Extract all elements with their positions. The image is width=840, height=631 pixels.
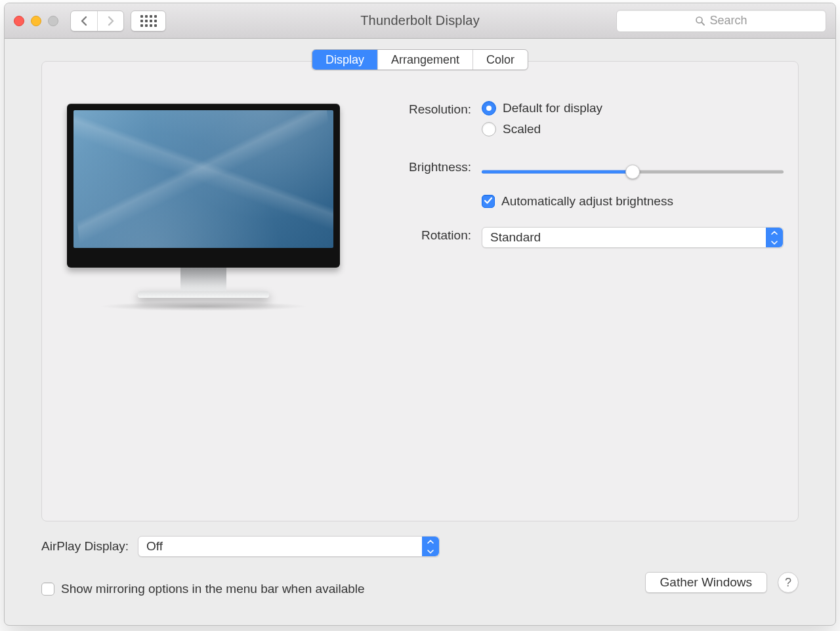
chevron-right-icon	[107, 16, 115, 26]
forward-button[interactable]	[97, 11, 123, 31]
mirroring-label: Show mirroring options in the menu bar w…	[61, 582, 365, 596]
resolution-label: Resolution:	[379, 101, 471, 117]
airplay-label: AirPlay Display:	[41, 539, 129, 554]
show-all-button[interactable]	[131, 10, 166, 31]
help-icon: ?	[785, 576, 791, 590]
monitor-illustration	[67, 104, 340, 311]
airplay-select[interactable]: Off	[138, 536, 440, 557]
auto-brightness-checkbox[interactable]: Automatically adjust brightness	[482, 194, 784, 209]
checkbox-icon	[41, 582, 54, 596]
select-stepper-icon	[766, 228, 783, 247]
radio-icon	[482, 101, 496, 115]
preferences-window: Thunderbolt Display Search Display Arran…	[4, 3, 836, 626]
monitor-preview	[67, 98, 340, 496]
search-placeholder: Search	[709, 14, 747, 28]
zoom-icon	[48, 16, 58, 26]
settings-panel: Resolution: Default for display Scaled	[41, 61, 799, 521]
tab-arrangement[interactable]: Arrangement	[377, 50, 472, 70]
help-button[interactable]: ?	[778, 572, 799, 593]
checkbox-icon	[482, 195, 495, 208]
slider-thumb[interactable]	[625, 165, 640, 179]
titlebar: Thunderbolt Display Search	[5, 3, 835, 39]
close-icon[interactable]	[14, 16, 24, 26]
resolution-default-radio[interactable]: Default for display	[482, 101, 784, 115]
search-input[interactable]: Search	[616, 10, 826, 32]
rotation-label: Rotation:	[379, 227, 471, 243]
auto-brightness-label: Automatically adjust brightness	[501, 194, 673, 209]
grid-icon	[140, 15, 157, 27]
resolution-scaled-radio[interactable]: Scaled	[482, 122, 784, 136]
tab-display[interactable]: Display	[312, 50, 377, 70]
mirroring-checkbox[interactable]: Show mirroring options in the menu bar w…	[41, 582, 365, 596]
svg-line-1	[702, 22, 705, 25]
window-controls	[14, 16, 58, 26]
rotation-select[interactable]: Standard	[482, 227, 784, 248]
brightness-label: Brightness:	[379, 159, 471, 174]
chevron-left-icon	[80, 16, 88, 26]
tab-color[interactable]: Color	[472, 50, 528, 70]
brightness-slider[interactable]	[482, 163, 784, 181]
settings-column: Resolution: Default for display Scaled	[379, 98, 784, 496]
content-area: Display Arrangement Color Resolution:	[5, 39, 835, 625]
gather-windows-button[interactable]: Gather Windows	[645, 572, 767, 593]
rotation-value: Standard	[490, 230, 541, 245]
back-button[interactable]	[71, 11, 97, 31]
bottom-area: AirPlay Display: Off Show mirroring opti…	[41, 536, 799, 608]
resolution-scaled-label: Scaled	[503, 122, 541, 136]
nav-group	[70, 10, 124, 31]
airplay-value: Off	[146, 539, 163, 554]
tab-bar: Display Arrangement Color	[312, 49, 528, 70]
gather-windows-label: Gather Windows	[660, 575, 752, 590]
resolution-default-label: Default for display	[503, 101, 602, 115]
slider-fill	[482, 171, 633, 174]
minimize-icon[interactable]	[31, 16, 41, 26]
radio-icon	[482, 122, 496, 136]
select-stepper-icon	[422, 537, 439, 556]
search-icon	[695, 16, 705, 26]
